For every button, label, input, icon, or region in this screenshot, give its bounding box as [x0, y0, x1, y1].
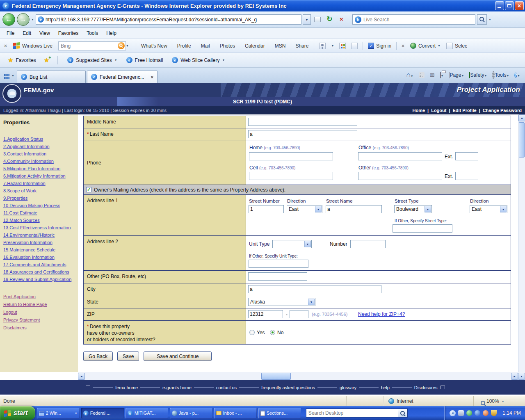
menu-favorites[interactable]: Favorites	[54, 29, 82, 38]
coowners-yes-radio[interactable]	[249, 330, 255, 335]
office-phone-input[interactable]	[358, 152, 442, 160]
tab-list-dropdown-icon[interactable]: ▼	[11, 74, 14, 77]
save-button[interactable]: Save	[117, 352, 139, 361]
street-type-select[interactable]: Boulevard▼	[394, 205, 432, 213]
if-other-unit-type-input[interactable]	[249, 260, 308, 268]
scroll-down-icon[interactable]: ▼	[518, 373, 525, 380]
chevron-down-icon[interactable]: ▼	[308, 299, 315, 305]
menu-edit[interactable]: Edit	[18, 29, 35, 38]
sidebar-item-comments-attachments[interactable]: 17.Comments and Attachments	[3, 261, 76, 268]
cell-phone-input[interactable]	[249, 172, 333, 180]
chevron-down-icon[interactable]: ▼	[425, 206, 431, 212]
url-input[interactable]	[46, 17, 299, 23]
taskbar-button-federal[interactable]: e Federal ...	[81, 408, 124, 419]
start-button[interactable]: start	[0, 406, 35, 420]
sidebar-item-application-status[interactable]: 1.Application Status	[3, 135, 76, 143]
vertical-scrollbar[interactable]: ▲	[518, 114, 525, 372]
horizontal-scroll-thumb[interactable]	[261, 373, 291, 380]
tray-icon[interactable]	[466, 410, 472, 416]
tray-icon[interactable]	[483, 410, 488, 416]
menu-file[interactable]: File	[2, 29, 18, 38]
bing-search-button[interactable]	[118, 42, 125, 49]
link-edit-profile[interactable]: Edit Profile	[453, 108, 477, 113]
zip-help-link[interactable]: Need help for ZIP+4?	[358, 311, 405, 317]
refresh-button[interactable]: ↻	[324, 14, 335, 25]
unit-number-input[interactable]	[350, 240, 386, 248]
sidebar-link-print-application[interactable]: Print Application	[3, 293, 76, 300]
tray-shield-icon[interactable]	[491, 410, 497, 416]
contacts-dropdown-icon[interactable]: ▼	[331, 44, 334, 47]
footer-link-faq[interactable]: frequently asked questions	[260, 385, 316, 390]
sidebar-item-scope-of-work[interactable]: 8.Scope of Work	[3, 187, 76, 194]
compatibility-view-icon[interactable]	[313, 14, 323, 25]
footer-link-help[interactable]: help	[380, 385, 391, 390]
add-favorite-button[interactable]: ★+	[44, 57, 49, 64]
same-address-checkbox[interactable]: ✓	[86, 187, 91, 192]
home-button[interactable]: ⌂▼	[406, 71, 413, 79]
sidebar-item-cost-effectiveness[interactable]: 13.Cost Effectiveness Information	[3, 224, 76, 231]
other-phone-input[interactable]	[358, 172, 442, 180]
tray-icon[interactable]	[475, 410, 480, 416]
street-name-input[interactable]	[326, 205, 382, 213]
search-button[interactable]	[477, 14, 487, 25]
favorites-button[interactable]: ★ Favorites	[3, 55, 41, 66]
link-profile[interactable]: Profile	[177, 43, 191, 49]
go-back-button[interactable]: Go Back	[83, 352, 113, 361]
coowners-no-radio[interactable]	[270, 330, 275, 335]
desktop-search-input[interactable]	[306, 409, 398, 418]
footer-link-disclosures[interactable]: Disclosures	[413, 385, 439, 390]
quick-tabs-icon[interactable]	[4, 74, 9, 79]
unit-type-select[interactable]: ▼	[272, 240, 312, 248]
zip-plus4-input[interactable]	[290, 310, 308, 318]
sidebar-link-privacy[interactable]: Privacy Statement	[3, 316, 76, 324]
free-hotmail-button[interactable]: e Free Hotmail	[122, 55, 168, 66]
link-msn[interactable]: MSN	[275, 43, 286, 49]
bing-dropdown-icon[interactable]: ▼	[126, 44, 129, 47]
link-photos[interactable]: Photos	[220, 43, 235, 49]
taskbar-button-sections[interactable]: Sections...	[258, 408, 301, 419]
url-dropdown-button[interactable]: ▼	[303, 14, 311, 25]
tab-bug-list[interactable]: e Bug List	[17, 71, 86, 83]
sign-in-item[interactable]: ✓ Sign in	[368, 43, 391, 49]
horizontal-scrollbar[interactable]: ◄ ► ▼	[78, 372, 525, 380]
taskbar-button-java[interactable]: Java - p...	[170, 408, 212, 419]
link-whats-new[interactable]: What's New	[141, 43, 167, 49]
direction-select[interactable]: East▼	[287, 205, 322, 213]
save-and-continue-button[interactable]: Save and Continue	[144, 352, 212, 361]
scroll-right-icon[interactable]: ►	[511, 373, 518, 380]
footer-link-contact-us[interactable]: contact us	[215, 385, 238, 390]
home-phone-input[interactable]	[249, 152, 333, 160]
sidebar-item-applicant-information[interactable]: 2.Applicant Information	[3, 143, 76, 150]
tray-icon[interactable]	[458, 410, 464, 416]
taskbar-button-group[interactable]: 2 Win... ▼	[37, 408, 80, 419]
taskbar-button-inbox[interactable]: Inbox - ...	[214, 408, 257, 419]
maximize-button[interactable]	[505, 1, 514, 10]
safety-menu[interactable]: Safety▼	[469, 72, 487, 78]
hide-tray-icons-button[interactable]: «	[450, 410, 456, 416]
sidebar-item-maintenance-schedule[interactable]: 15.Maintenance Schedule	[3, 246, 76, 253]
scroll-left-icon[interactable]: ◄	[78, 373, 85, 380]
menu-tools[interactable]: Tools	[82, 29, 102, 38]
sidebar-link-disclaimers[interactable]: Disclaimers	[3, 324, 76, 331]
print-button[interactable]: ▼	[440, 72, 444, 78]
city-input[interactable]	[248, 285, 381, 293]
history-dropdown-icon[interactable]: ▼	[31, 18, 34, 21]
back-button[interactable]: ←	[2, 13, 15, 26]
link-share[interactable]: Share	[295, 43, 308, 49]
sidebar-item-environmental-historic[interactable]: 14.Environmental/Historic Preservation I…	[3, 231, 76, 246]
sidebar-item-review-submit[interactable]: 19.Review and Submit Application	[3, 276, 76, 283]
stop-button[interactable]: ×	[336, 14, 347, 25]
footer-link-egrants-home[interactable]: e-grants home	[161, 385, 193, 390]
sidebar-item-hazard-information[interactable]: 7.Hazard Information	[3, 180, 76, 187]
sidebar-item-decision-making[interactable]: 10.Decision Making Process	[3, 202, 76, 209]
tab-close-icon[interactable]: ×	[151, 75, 153, 80]
scroll-up-icon[interactable]: ▲	[518, 114, 525, 121]
street-number-input[interactable]	[249, 205, 284, 213]
chevron-down-icon[interactable]: ▼	[500, 206, 507, 212]
sidebar-item-mitigation-plan[interactable]: 5.Mitigation Plan Information	[3, 165, 76, 172]
zip-input[interactable]	[248, 310, 283, 318]
sidebar-item-cost-estimate[interactable]: 11.Cost Estimate	[3, 209, 76, 217]
minimize-button[interactable]	[495, 1, 504, 10]
search-dropdown-icon[interactable]: ▼	[488, 18, 491, 21]
sidebar-link-logout[interactable]: Logout	[3, 308, 76, 316]
